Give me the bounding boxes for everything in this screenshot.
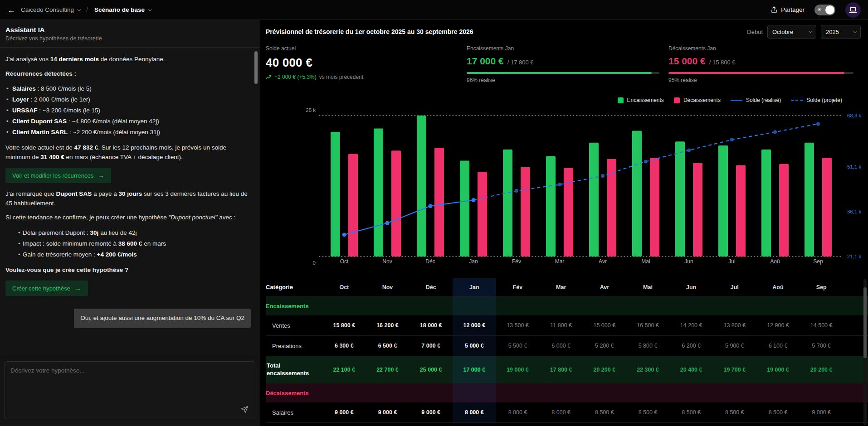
bar-encaissements-Avr [589, 143, 599, 257]
solde-projete-point [816, 122, 820, 126]
view-recurrences-label: Voir et modifier les récurrences [12, 172, 93, 179]
share-upload-icon [771, 6, 777, 13]
column-header-jul[interactable]: Jul [713, 284, 756, 290]
column-header-oct[interactable]: Oct [322, 284, 366, 290]
table-cell: 5 000 € [453, 336, 496, 356]
device-button[interactable] [845, 2, 861, 18]
left-axis-max: 25 k [306, 107, 316, 113]
bar-decaissements-Mar [564, 168, 573, 257]
start-year-select[interactable]: 2025 [821, 25, 861, 39]
column-header-nov[interactable]: Nov [366, 284, 410, 290]
bar-encaissements-Déc [417, 116, 426, 257]
x-tick-Mar: Mar [555, 258, 565, 265]
theme-toggle[interactable]: ☀ [814, 5, 835, 15]
x-tick-Mai: Mai [641, 258, 650, 265]
column-header-aou[interactable]: Aoû [756, 284, 800, 290]
progress-label: 95% réalisé [668, 77, 863, 83]
assistant-message: J'ai remarqué que Dupont SAS a payé à 30… [5, 189, 251, 208]
table-section-encaissements: Encaissements [266, 296, 868, 315]
bar-decaissements-Déc [434, 148, 444, 257]
bar-encaissements-Mai [632, 131, 642, 257]
hypothesis-input[interactable] [5, 362, 255, 419]
kpi-label: Décaissements Jan [668, 45, 863, 52]
table-cell: 15 000 € [583, 322, 626, 329]
right-axis-tick: 68,3 k [847, 113, 862, 118]
send-button[interactable] [239, 404, 250, 415]
table-cell: 14 500 € [800, 322, 843, 329]
hypothesis-item: Gain de trésorerie moyen : +4 200 €/mois [5, 249, 251, 260]
table-cell: 22 100 € [322, 367, 366, 373]
main-panel: Prévisionnel de trésorerie du 1er octobr… [260, 20, 868, 426]
table-cell: 9 000 € [366, 409, 410, 416]
table-cell: 12 000 € [453, 315, 496, 335]
kpi-delta-suffix: vs mois précédent [319, 74, 363, 80]
main-header: Prévisionnel de trésorerie du 1er octobr… [260, 20, 868, 44]
bar-decaissements-Aoû [779, 164, 789, 257]
table-cell: 15 800 € [322, 322, 366, 329]
kpi-value: 40 000 € [266, 56, 312, 70]
chevron-down-icon [77, 7, 81, 11]
table-cell: 6 200 € [669, 343, 713, 349]
column-header-jun[interactable]: Jun [669, 284, 713, 290]
arrow-right-icon: → [75, 285, 81, 292]
period-controls: Début Octobre 2025 [747, 25, 861, 39]
bar-decaissements-Jun [693, 163, 702, 257]
solde-projete-point [644, 160, 648, 163]
x-tick-Avr: Avr [599, 258, 607, 265]
cashflow-chart: EncaissementsDécaissementsSolde (réalisé… [260, 91, 868, 272]
table-cell: 6 000 € [539, 343, 583, 349]
column-header-sep[interactable]: Sep [800, 284, 843, 290]
column-header-mai[interactable]: Mai [626, 284, 670, 290]
bar-encaissements-Jun [675, 141, 685, 257]
table-cell: 6 300 € [322, 343, 366, 349]
table-cell: 19 000 € [756, 367, 800, 373]
sidebar-scrollbar[interactable] [254, 51, 258, 84]
start-month-value: Octobre [772, 29, 793, 35]
recurrence-item: Client Martin SARL : ~2 200 €/mois (déla… [5, 127, 251, 138]
create-hypothesis-button[interactable]: Créer cette hypothèse → [5, 281, 88, 296]
x-tick-Oct: Oct [340, 258, 349, 265]
table-cell: 6 100 € [756, 343, 800, 349]
column-header-mar[interactable]: Mar [539, 284, 583, 290]
view-recurrences-button[interactable]: Voir et modifier les récurrences → [5, 168, 111, 183]
column-header-fev[interactable]: Fév [496, 284, 540, 290]
laptop-icon [849, 6, 857, 14]
table-cell: 13 800 € [713, 322, 756, 329]
assistant-header: Assistant IA Décrivez vos hypothèses de … [0, 20, 260, 48]
recurrence-item: Loyer : 2 000 €/mois (le 1er) [5, 94, 251, 105]
back-arrow-icon[interactable]: ← [7, 6, 15, 14]
table-cell: 8 500 € [756, 409, 800, 416]
table-cell: 8 500 € [669, 409, 713, 416]
sun-icon: ☀ [817, 7, 822, 13]
hypothesis-input-zone [0, 356, 260, 426]
bar-decaissements-Mai [650, 158, 659, 257]
kpi-target: / 17 800 € [507, 59, 534, 66]
solde-projete-point [515, 189, 518, 193]
section-label: Encaissements [266, 303, 322, 310]
table-cell: 5 800 € [626, 343, 670, 349]
assistant-message: J'ai analysé vos 14 derniers mois de don… [5, 55, 251, 64]
company-dropdown[interactable]: Caicedo Consulting [21, 6, 80, 13]
table-scrollbar[interactable] [863, 287, 867, 358]
column-header-dec[interactable]: Déc [409, 284, 453, 290]
column-header-avr[interactable]: Avr [583, 284, 626, 290]
assistant-title: Assistant IA [5, 26, 254, 34]
table-section-decaissements: Décaissements [266, 383, 868, 402]
table-cell: 22 300 € [626, 367, 670, 373]
table-cell: 14 200 € [669, 322, 713, 329]
bar-encaissements-Nov [374, 129, 383, 257]
assistant-message: Si cette tendance se confirme, je peux c… [5, 213, 251, 223]
start-month-select[interactable]: Octobre [767, 25, 816, 39]
solde-realise-line [344, 200, 473, 235]
assistant-conversation[interactable]: J'ai analysé vos 14 derniers mois de don… [0, 48, 260, 356]
kpi-solde-actuel: Solde actuel 40 000 € +2 000 € (+5.3%) v… [266, 45, 467, 91]
table-header-row: CatégorieOctNovDécJanFévMarAvrMaiJunJulA… [266, 278, 868, 296]
table-cell: 9 000 € [800, 409, 843, 416]
share-button[interactable]: Partager [771, 6, 805, 13]
column-header-jan[interactable]: Jan [453, 278, 496, 296]
table-cell: 17 800 € [539, 367, 583, 373]
right-axis-tick: 21,1 k [847, 254, 862, 259]
table-cell: 20 200 € [800, 367, 843, 373]
solde-projete-point [687, 148, 691, 152]
scenario-dropdown[interactable]: Scénario de base [94, 6, 151, 13]
